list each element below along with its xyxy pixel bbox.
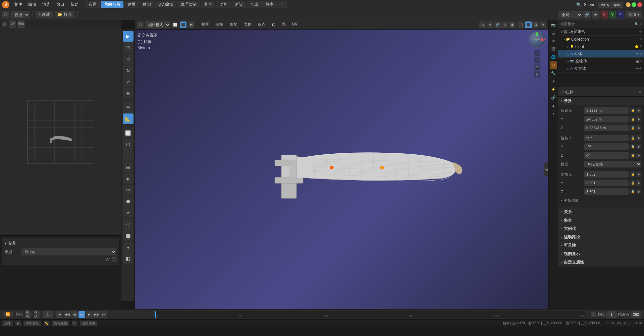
- timeline-track[interactable]: 1 50 100 150 200 250: [155, 311, 586, 318]
- scale-x-anim[interactable]: ◆: [636, 172, 641, 177]
- start-frame-input[interactable]: 1: [606, 311, 617, 318]
- outliner-item-empty[interactable]: ▸ 📷 空物体 ▣ 👁: [558, 58, 644, 65]
- rot-y-anim[interactable]: ◆: [636, 144, 641, 149]
- psi-world[interactable]: 🌐: [550, 53, 557, 61]
- open-button[interactable]: 📂 打开: [55, 11, 74, 18]
- props-close-icon[interactable]: ✕: [638, 90, 641, 94]
- rot-x-anim[interactable]: ◆: [636, 135, 641, 141]
- instancing-header[interactable]: ▸ 实例化: [558, 225, 644, 233]
- new-button[interactable]: + 新建: [36, 11, 53, 18]
- rotation-y-input[interactable]: -0°: [586, 145, 627, 149]
- menu-file[interactable]: 文件: [11, 1, 25, 8]
- outliner-filter-icon[interactable]: ≡: [640, 22, 642, 26]
- rot-z-anim[interactable]: ◆: [636, 153, 641, 158]
- global-local-select[interactable]: 全局 局部: [558, 11, 582, 18]
- light-arrow[interactable]: ▸: [568, 45, 569, 48]
- cylinder-vis[interactable]: 👁: [639, 52, 643, 56]
- tool-rotate[interactable]: ↻: [123, 65, 133, 76]
- tool-knife[interactable]: ✂: [123, 185, 133, 195]
- timeline-markers[interactable]: 标记: [34, 311, 40, 318]
- light-vis[interactable]: 👁: [639, 45, 643, 48]
- tool-select[interactable]: ▶: [123, 31, 133, 42]
- mini-vp-mode[interactable]: 视图: [9, 20, 16, 28]
- rot-z-lock[interactable]: 🔒: [630, 153, 635, 158]
- rotation-y-value[interactable]: -0°: [584, 143, 629, 150]
- custom-props-header[interactable]: ▸ 自定义属性: [558, 258, 644, 266]
- outliner-item-collection[interactable]: ▾ 📁 Collection 👁: [558, 36, 644, 43]
- vp-gizmo-icon[interactable]: ✥: [487, 21, 493, 28]
- outliner-item-scene[interactable]: ▾ 🎬 场景集合 👁: [558, 28, 644, 36]
- grid-view-button[interactable]: ⊞: [534, 71, 540, 78]
- vp-proportional-icon[interactable]: ⊙: [501, 21, 508, 28]
- timeline-mode[interactable]: ⏩: [3, 311, 13, 317]
- zoom-out-button[interactable]: -: [534, 57, 540, 63]
- tool-smooth[interactable]: ◌: [123, 219, 133, 230]
- add-ruler-status[interactable]: 添加量尺: [23, 321, 41, 326]
- rotation-x-input[interactable]: 90°: [586, 136, 627, 140]
- scale-y-input[interactable]: 3.601: [586, 181, 627, 185]
- tab-shading[interactable]: 着色: [201, 1, 215, 8]
- snap-icon[interactable]: 🔗: [583, 11, 591, 18]
- camera-view-button[interactable]: 📷: [534, 64, 540, 70]
- vp-menu-add[interactable]: 添加: [227, 21, 240, 28]
- prev-keyframe-button[interactable]: ◀◀: [64, 311, 70, 318]
- collection-expand-arrow[interactable]: ▾: [564, 38, 565, 41]
- prev-frame-button[interactable]: ◀: [71, 311, 78, 318]
- tool-scale[interactable]: ⤢: [123, 77, 133, 87]
- tool-annotate[interactable]: ✏: [123, 102, 133, 113]
- view-layer-label[interactable]: View Layer: [598, 2, 623, 8]
- empty-arrow[interactable]: ▸: [568, 60, 569, 63]
- vp-menu-vertex[interactable]: 顶点: [255, 21, 268, 28]
- frame-indicator[interactable]: 1: [43, 311, 53, 318]
- vp-solid-icon[interactable]: ⬛: [180, 21, 186, 28]
- tab-sculpt[interactable]: 雕刻: [140, 1, 154, 8]
- cube-vis[interactable]: 👁: [639, 67, 643, 70]
- menu-edit[interactable]: 编辑: [25, 1, 39, 8]
- vp-wire-icon[interactable]: ⬜: [172, 21, 178, 28]
- jump-start-button[interactable]: ⏮: [56, 311, 63, 318]
- vp-overlay-icon[interactable]: ⊙: [479, 21, 486, 28]
- empty-vis[interactable]: 👁: [639, 59, 643, 63]
- vp-mode-icon[interactable]: ⬡: [137, 21, 144, 28]
- pos-y-lock[interactable]: 🔒: [630, 116, 635, 122]
- vp-menu-select[interactable]: 选择: [213, 21, 226, 28]
- transform-section-header[interactable]: ▾ 变换: [558, 97, 644, 105]
- vp-shading-render[interactable]: ●: [540, 21, 546, 28]
- tab-scripting[interactable]: 脚本: [262, 1, 277, 8]
- menu-window[interactable]: 窗口: [54, 1, 67, 8]
- tool-cursor[interactable]: ⊙: [123, 42, 133, 53]
- rotation-x-value[interactable]: 90°: [584, 135, 629, 141]
- jump-end-button[interactable]: ⏭: [101, 311, 107, 318]
- psi-scene[interactable]: 🎬: [550, 45, 557, 53]
- tool-bevel[interactable]: ◈: [123, 173, 133, 184]
- vp-shading-wire[interactable]: ⬚: [518, 21, 524, 28]
- psi-physics[interactable]: ⚡: [550, 86, 557, 93]
- proportional-icon[interactable]: ⊙: [592, 11, 599, 18]
- tool-shrink[interactable]: ⬥: [123, 242, 133, 252]
- psi-output[interactable]: 🖨: [550, 29, 557, 37]
- gizmo-area[interactable]: X Y Z + - 📷 ⊞: [529, 32, 545, 78]
- tab-uv[interactable]: UV 编辑: [155, 1, 176, 8]
- tool-transform[interactable]: ⊕: [123, 88, 133, 99]
- tab-my-layout[interactable]: 我的布局: [101, 1, 123, 8]
- tab-layout[interactable]: 布局: [85, 1, 100, 8]
- rotate-view-status[interactable]: 旋转视图: [52, 321, 69, 326]
- collection-vis[interactable]: 👁: [639, 37, 643, 41]
- vp-menu-mesh[interactable]: 网格: [241, 21, 254, 28]
- tab-render[interactable]: 渲染: [231, 1, 246, 8]
- scale-x-input[interactable]: 1.652: [586, 172, 627, 176]
- mini-vp-menu[interactable]: ⬡: [2, 21, 7, 27]
- next-frame-button[interactable]: ▶: [86, 311, 93, 318]
- tab-texture[interactable]: 纹理绘制: [177, 1, 200, 8]
- scale-y-lock[interactable]: 🔒: [630, 180, 635, 186]
- collection-header[interactable]: ▸ 集合: [558, 216, 644, 224]
- pos-z-lock[interactable]: 🔒: [630, 125, 635, 131]
- scale-z-lock[interactable]: 🔒: [630, 189, 635, 194]
- pos-z-anim[interactable]: ◆: [636, 125, 641, 131]
- scale-x-lock[interactable]: 🔒: [630, 172, 635, 177]
- merge-type-select[interactable]: 到中心 到最后选择 到第一个选择 到游标: [21, 248, 116, 255]
- scene-vis[interactable]: 👁: [639, 30, 643, 34]
- outliner-search-icon[interactable]: 🔍: [635, 22, 639, 26]
- minimize-button[interactable]: [626, 2, 631, 7]
- outliner-item-light[interactable]: ▸ 💡 Light 👁: [558, 43, 644, 50]
